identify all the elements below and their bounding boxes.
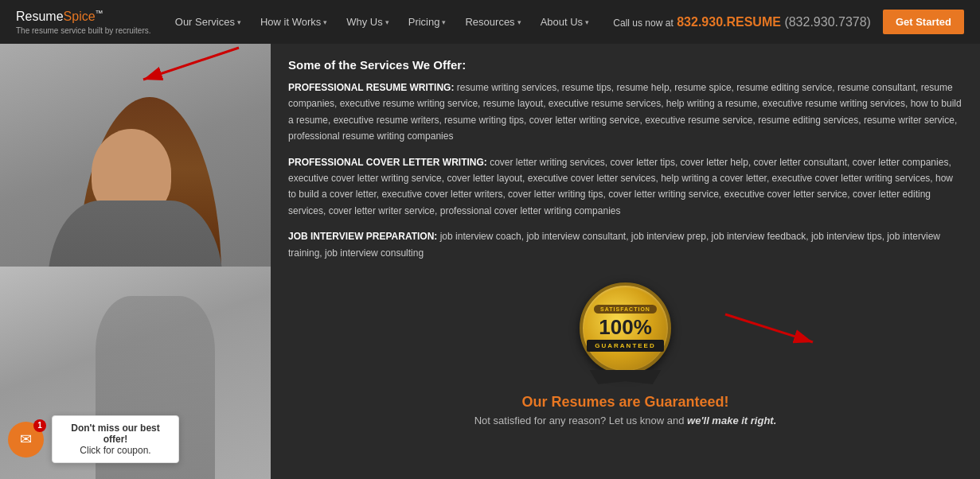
phone-alt: (832.930.7378) [784,15,871,29]
logo-tagline: The resume service built by recruiters. [16,26,151,35]
nav-how-it-works[interactable]: How it Works ▾ [252,11,335,33]
notification-popup[interactable]: Don't miss our best offer! Click for cou… [52,415,179,463]
notification-area: ✉ 1 Don't miss our best offer! Click for… [8,415,179,463]
services-section: Some of the Services We Offer: PROFESSIO… [288,58,962,267]
service-block-resume: PROFESSIONAL RESUME WRITING: resume writ… [288,80,962,145]
logo[interactable]: ResumeSpice™ The resume service built by… [16,9,151,34]
badge-ribbon [590,370,662,384]
phone-info: Call us now at 832.930.RESUME (832.930.7… [613,15,871,29]
nav-our-services[interactable]: Our Services ▾ [167,11,249,33]
nav-resources[interactable]: Resources ▾ [457,11,529,33]
services-content: Some of the Services We Offer: PROFESSIO… [271,44,980,267]
nav-about-us[interactable]: About Us ▾ [533,11,597,33]
badge-circle: SATISFACTION 100% GUARANTEED [580,282,671,374]
service-label-resume: PROFESSIONAL RESUME WRITING: [288,82,454,93]
phone-number[interactable]: 832.930.RESUME [677,15,781,29]
guarantee-subtitle: Not satisfied for any reason? Let us kno… [287,415,964,426]
logo-tm: ™ [96,9,103,18]
service-block-interview: JOB INTERVIEW PREPARATION: job interview… [288,228,962,261]
chevron-down-icon: ▾ [517,18,521,26]
nav-pricing[interactable]: Pricing ▾ [400,11,455,33]
nav-why-us[interactable]: Why Us ▾ [338,11,397,33]
badge-guaranteed-text: GUARANTEED [587,340,663,352]
notification-line1: Don't miss our best offer! [62,423,169,445]
service-label-cover-letter: PROFESSIONAL COVER LETTER WRITING: [288,157,487,168]
chevron-down-icon: ▾ [442,18,446,26]
header-left: ResumeSpice™ The resume service built by… [16,9,151,34]
guarantee-badge-container: SATISFACTION 100% GUARANTEED [287,282,964,386]
services-section-title: Some of the Services We Offer: [288,58,962,72]
badge-percent: 100% [599,316,652,339]
email-icon: ✉ [20,430,32,448]
service-block-cover-letter: PROFESSIONAL COVER LETTER WRITING: cover… [288,154,962,220]
chevron-down-icon: ▾ [585,18,589,26]
get-started-button[interactable]: Get Started [883,10,964,34]
logo-spice: Spice [64,10,96,24]
phone-label: Call us now at [613,18,673,29]
guarantee-badge: SATISFACTION 100% GUARANTEED [578,282,674,386]
header-nav: Our Services ▾ How it Works ▾ Why Us ▾ P… [167,11,597,33]
guarantee-title: Our Resumes are Guaranteed! [287,394,964,411]
service-label-interview: JOB INTERVIEW PREPARATION: [288,231,437,242]
notification-count: 1 [33,419,46,432]
badge-satisfaction-text: SATISFACTION [594,305,657,313]
notification-line2: Click for coupon. [62,445,169,456]
logo-resume: Resume [16,10,64,24]
chevron-down-icon: ▾ [237,18,241,26]
header-right: Call us now at 832.930.RESUME (832.930.7… [613,10,964,34]
guarantee-subtitle-bold: we'll make it right. [687,415,776,426]
email-icon-wrapper: ✉ 1 [8,422,44,458]
main-container: Some of the Services We Offer: PROFESSIO… [0,44,980,479]
chevron-down-icon: ▾ [385,18,389,26]
header: ResumeSpice™ The resume service built by… [0,0,980,44]
logo-text: ResumeSpice™ [16,9,151,24]
guarantee-subtitle-normal: Not satisfied for any reason? Let us kno… [474,415,687,426]
satisfaction-area: SATISFACTION 100% GUARANTEED Our Resumes… [271,267,980,479]
chevron-down-icon: ▾ [323,18,327,26]
